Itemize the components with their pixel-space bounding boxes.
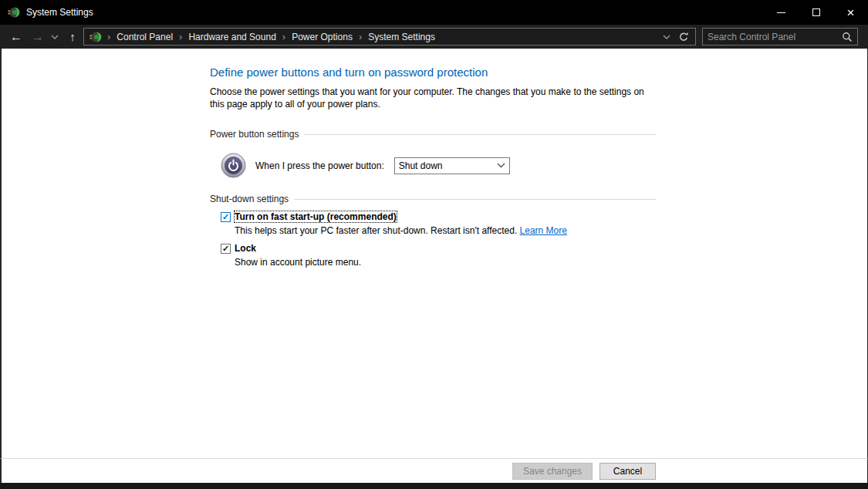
chevron-down-icon (497, 163, 505, 168)
lock-checkbox[interactable]: ✓ (221, 244, 231, 254)
window-title: System Settings (26, 7, 93, 18)
section-divider (304, 134, 656, 135)
power-options-app-icon (8, 6, 20, 19)
title-bar: System Settings × (0, 0, 868, 25)
back-arrow-icon: ← (10, 30, 22, 44)
section-header-power-button: Power button settings (210, 129, 656, 140)
footer-bar: Save changes Cancel (0, 458, 868, 483)
up-button[interactable]: ↑ (63, 25, 82, 49)
window-bottom-edge (0, 483, 868, 489)
breadcrumb-separator-icon: › (279, 31, 289, 42)
power-button-label: When I press the power button: (255, 160, 384, 171)
chevron-down-icon (51, 35, 59, 39)
minimize-button[interactable] (764, 0, 799, 25)
up-arrow-icon: ↑ (69, 30, 76, 43)
save-changes-button: Save changes (512, 463, 593, 480)
breadcrumb-item-power-options[interactable]: Power Options (289, 32, 355, 42)
breadcrumb-item-system-settings[interactable]: System Settings (366, 32, 437, 42)
breadcrumb-separator-icon: › (175, 31, 186, 42)
page-title: Define power buttons and turn on passwor… (210, 66, 656, 79)
page-intro-text: Choose the power settings that you want … (210, 86, 656, 110)
section-title: Shut-down settings (210, 194, 289, 204)
breadcrumb-item-hardware-and-sound[interactable]: Hardware and Sound (186, 32, 278, 42)
section-title: Power button settings (210, 129, 299, 140)
fast-startup-checkbox[interactable]: ✓ (221, 212, 231, 222)
section-divider (294, 199, 656, 200)
checkmark-icon: ✓ (222, 213, 229, 221)
chevron-down-icon (663, 35, 670, 39)
fast-startup-label[interactable]: Turn on fast start-up (recommended) (235, 211, 397, 222)
content-area: Define power buttons and turn on passwor… (0, 49, 868, 458)
breadcrumb-item-control-panel[interactable]: Control Panel (114, 32, 175, 42)
back-button[interactable]: ← (6, 25, 26, 49)
minimize-icon (777, 12, 785, 13)
page-body: Define power buttons and turn on passwor… (210, 49, 656, 268)
lock-row: ✓ Lock (210, 243, 656, 254)
window-controls: × (764, 0, 868, 25)
address-bar[interactable]: › Control Panel › Hardware and Sound › P… (83, 28, 696, 46)
search-box[interactable] (702, 28, 858, 46)
refresh-icon (678, 32, 689, 42)
fast-startup-row: ✓ Turn on fast start-up (recommended) (210, 211, 656, 222)
breadcrumb-separator-icon: › (103, 31, 114, 42)
selected-option: Shut down (399, 160, 497, 171)
navigation-bar: ← → ↑ › Control Panel › Hardware and Sou… (0, 25, 868, 49)
system-settings-window: System Settings × ← → ↑ › (0, 0, 868, 489)
close-icon: × (847, 6, 855, 19)
close-button[interactable]: × (833, 0, 868, 25)
forward-button: → (28, 25, 48, 49)
power-button-icon (221, 153, 246, 178)
section-header-shutdown: Shut-down settings (210, 194, 656, 204)
learn-more-link[interactable]: Learn More (520, 225, 567, 236)
breadcrumb-app-icon (90, 31, 102, 43)
address-dropdown-button[interactable] (658, 29, 675, 45)
refresh-button[interactable] (675, 29, 692, 45)
cancel-button[interactable]: Cancel (599, 463, 656, 480)
lock-description: Show in account picture menu. (210, 257, 656, 268)
maximize-button[interactable] (799, 0, 833, 25)
power-button-action-select[interactable]: Shut down (394, 157, 510, 174)
maximize-icon (812, 8, 820, 16)
power-button-setting-row: When I press the power button: Shut down (210, 153, 656, 178)
lock-label[interactable]: Lock (235, 243, 256, 254)
fast-startup-description: This helps start your PC faster after sh… (210, 225, 656, 236)
search-icon (842, 32, 853, 42)
search-input[interactable] (708, 32, 842, 42)
breadcrumb-separator-icon: › (355, 31, 366, 42)
recent-pages-dropdown[interactable] (48, 25, 62, 49)
checkmark-icon: ✓ (222, 244, 229, 253)
forward-arrow-icon: → (32, 30, 44, 44)
